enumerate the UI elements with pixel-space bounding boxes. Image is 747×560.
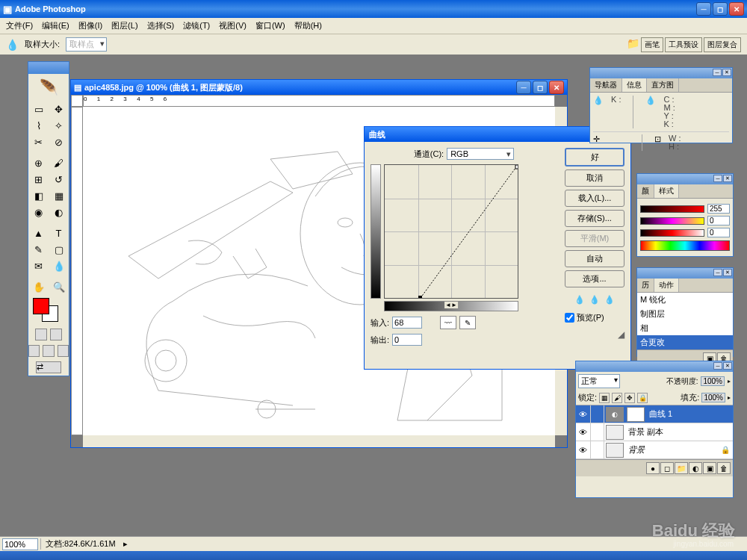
tab-actions[interactable]: 动作: [654, 279, 679, 292]
menu-edit[interactable]: 编辑(E): [37, 19, 74, 33]
crop-tool-icon[interactable]: ✂: [28, 134, 49, 150]
spectrum-bar[interactable]: [640, 240, 730, 251]
lock-transparency-icon[interactable]: ▦: [599, 393, 610, 403]
g-value[interactable]: 0: [707, 216, 730, 225]
opacity-value[interactable]: 100%: [701, 376, 725, 386]
layer-set-icon[interactable]: 📁: [675, 462, 688, 474]
menu-window[interactable]: 窗口(W): [251, 19, 290, 33]
tab-styles[interactable]: 样式: [654, 184, 679, 198]
gradient-tool-icon[interactable]: ▦: [49, 187, 69, 204]
history-item[interactable]: 相: [637, 321, 733, 335]
gray-eyedropper-icon[interactable]: 💧: [589, 295, 600, 305]
history-item[interactable]: 制图层: [637, 307, 733, 321]
layer-style-icon[interactable]: ●: [646, 462, 660, 474]
r-value[interactable]: 255: [707, 204, 730, 214]
minimize-button[interactable]: ─: [696, 2, 711, 16]
eraser-tool-icon[interactable]: ◧: [28, 187, 49, 204]
tab-history[interactable]: 历: [637, 279, 654, 292]
scrollbar-horizontal[interactable]: [83, 435, 555, 447]
eyedropper-icon[interactable]: 💧: [6, 39, 19, 51]
g-slider[interactable]: [640, 217, 704, 225]
brush-tool-icon[interactable]: 🖌: [49, 155, 69, 171]
foreground-color-swatch[interactable]: [33, 298, 49, 314]
tab-info[interactable]: 信息: [622, 78, 647, 92]
menu-help[interactable]: 帮助(H): [290, 19, 326, 33]
preview-checkbox[interactable]: 预览(P): [565, 312, 624, 323]
adjustment-thumb-icon[interactable]: ◐: [606, 407, 624, 422]
move-tool-icon[interactable]: ✥: [49, 101, 69, 117]
fill-value[interactable]: 100%: [701, 393, 725, 402]
layer-item-bgcopy[interactable]: 👁 背景 副本: [576, 423, 733, 441]
history-item[interactable]: 合更改: [637, 335, 733, 349]
maximize-button[interactable]: ◻: [713, 2, 728, 16]
slice-tool-icon[interactable]: ⊘: [49, 134, 69, 150]
layer-item-bg[interactable]: 👁 背景 🔒: [576, 441, 733, 459]
eyedropper-tool-icon[interactable]: 💧: [49, 258, 69, 274]
lock-all-icon[interactable]: 🔒: [637, 393, 648, 403]
wand-tool-icon[interactable]: ✧: [49, 117, 69, 134]
quickmask-mode-icon[interactable]: [50, 329, 62, 340]
zoom-tool-icon[interactable]: 🔍: [49, 279, 69, 295]
history-item[interactable]: M 锐化: [637, 293, 733, 307]
menu-view[interactable]: 视图(V): [214, 19, 251, 33]
menu-select[interactable]: 选择(S): [143, 19, 179, 33]
layer-item-curves[interactable]: 👁 ◐ 曲线 1: [576, 405, 733, 423]
info-panel-titlebar[interactable]: ─✕: [590, 68, 732, 78]
mask-thumb-icon[interactable]: [627, 407, 645, 422]
history-panel-titlebar[interactable]: ─✕: [637, 268, 733, 279]
pen-tool-icon[interactable]: ✎: [28, 241, 49, 258]
channel-dropdown[interactable]: RGB: [447, 148, 514, 160]
tab-color[interactable]: 颜: [637, 184, 654, 198]
menu-file[interactable]: 文件(F): [1, 19, 37, 33]
menu-image[interactable]: 图像(I): [74, 19, 107, 33]
visibility-icon[interactable]: 👁: [576, 423, 591, 441]
blend-mode-dropdown[interactable]: 正常: [578, 374, 620, 388]
screen-mode-2-icon[interactable]: [43, 345, 54, 357]
palette-brushes[interactable]: 画笔: [641, 37, 663, 52]
palette-layer-comps[interactable]: 图层复合: [704, 37, 741, 52]
b-slider[interactable]: [640, 229, 704, 237]
r-slider[interactable]: [640, 205, 704, 213]
resize-grip-icon[interactable]: ◢: [565, 329, 624, 340]
screen-mode-1-icon[interactable]: [28, 345, 40, 357]
auto-button[interactable]: 自动: [565, 250, 624, 267]
ruler-horizontal[interactable]: 0 1 2 3 4 5 6: [83, 95, 555, 107]
zoom-field[interactable]: 100%: [2, 538, 38, 550]
menu-filter[interactable]: 滤镜(T): [179, 19, 214, 33]
color-panel-titlebar[interactable]: ─✕: [637, 174, 733, 184]
options-button[interactable]: 选项...: [565, 270, 624, 287]
b-value[interactable]: 0: [707, 228, 730, 237]
file-browser-icon[interactable]: 📁: [627, 37, 639, 52]
shape-tool-icon[interactable]: ▢: [49, 241, 69, 258]
pencil-mode-icon[interactable]: ✎: [459, 316, 476, 329]
layers-panel-titlebar[interactable]: ─✕: [576, 361, 733, 372]
new-layer-icon[interactable]: ▣: [703, 462, 716, 474]
stamp-tool-icon[interactable]: ⊞: [28, 171, 49, 187]
doc-maximize-button[interactable]: ◻: [533, 81, 548, 94]
lock-position-icon[interactable]: ✥: [624, 393, 635, 403]
document-titlebar[interactable]: ▤ apic4858.jpg @ 100% (曲线 1, 图层蒙版/8) ─ ◻…: [71, 80, 567, 95]
lasso-tool-icon[interactable]: ⌇: [28, 117, 49, 134]
delete-layer-icon[interactable]: 🗑: [717, 462, 731, 474]
tab-histogram[interactable]: 直方图: [647, 78, 679, 92]
dodge-tool-icon[interactable]: ◐: [49, 204, 69, 220]
screen-mode-3-icon[interactable]: [58, 345, 69, 357]
white-eyedropper-icon[interactable]: 💧: [604, 295, 615, 305]
black-eyedropper-icon[interactable]: 💧: [574, 295, 585, 305]
preview-check-input[interactable]: [565, 313, 574, 323]
doc-minimize-button[interactable]: ─: [516, 81, 531, 94]
tab-navigator[interactable]: 导航器: [590, 78, 622, 92]
blur-tool-icon[interactable]: ◉: [28, 204, 49, 220]
path-select-tool-icon[interactable]: ▲: [28, 225, 49, 241]
jump-to-icon[interactable]: ⇄: [36, 361, 61, 373]
healing-tool-icon[interactable]: ⊕: [28, 155, 49, 171]
visibility-icon[interactable]: 👁: [576, 405, 591, 423]
save-button[interactable]: 存储(S)...: [565, 210, 624, 227]
type-tool-icon[interactable]: T: [49, 225, 69, 241]
notes-tool-icon[interactable]: ✉: [28, 258, 49, 274]
status-menu-icon[interactable]: ▸: [123, 539, 128, 549]
output-field[interactable]: [392, 334, 422, 346]
visibility-icon[interactable]: 👁: [576, 441, 591, 458]
layer-thumb[interactable]: [606, 425, 624, 440]
toolbox-titlebar[interactable]: [28, 62, 69, 74]
